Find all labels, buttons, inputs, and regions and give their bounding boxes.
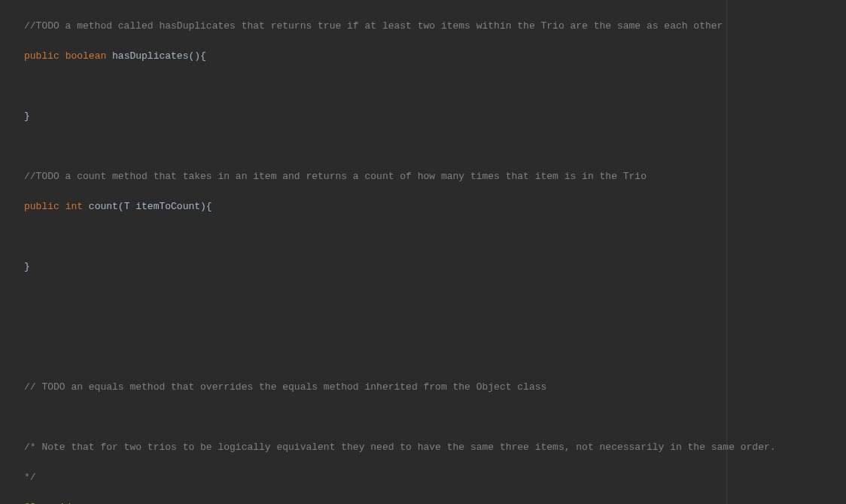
keyword-boolean: boolean: [65, 50, 107, 62]
comment-block-start: /* Note that for two trios to be logical…: [24, 442, 776, 453]
close-brace: }: [24, 261, 30, 272]
close-brace: }: [24, 111, 30, 122]
comment-block-end: */: [24, 472, 36, 483]
comment-line: // TODO an equals method that overrides …: [24, 381, 546, 393]
code-editor[interactable]: //TODO a method called hasDuplicates tha…: [0, 0, 726, 504]
method-hasduplicates: hasDuplicates(){: [106, 50, 206, 62]
method-count: count(T itemToCount){: [83, 201, 212, 212]
keyword-public: public: [24, 201, 59, 212]
comment-line: //TODO a method called hasDuplicates tha…: [24, 20, 723, 32]
keyword-int: int: [65, 201, 83, 212]
editor-ruler: [726, 0, 727, 504]
comment-line: //TODO a count method that takes in an i…: [24, 171, 647, 182]
keyword-public: public: [24, 50, 59, 62]
